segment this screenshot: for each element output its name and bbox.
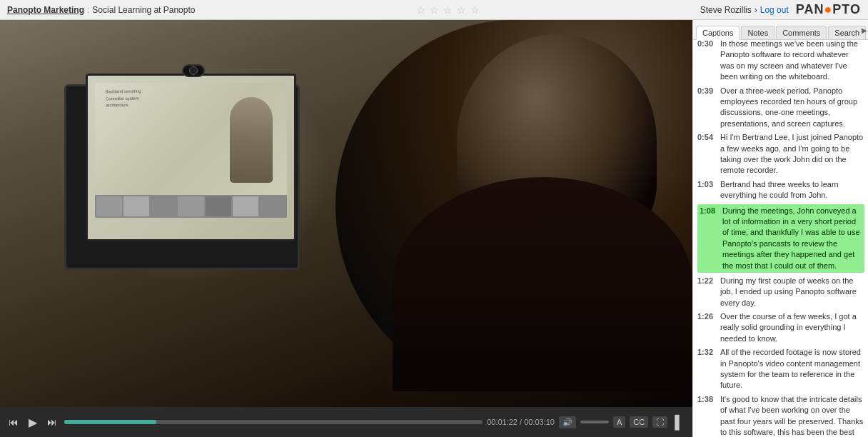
caption-text: In those meetings we've been using the P… xyxy=(720,40,864,83)
caption-entry[interactable]: 1:38It's good to know that the intricate… xyxy=(697,394,864,437)
star-3[interactable]: ☆ xyxy=(443,4,453,16)
caption-time: 0:54 xyxy=(697,132,717,176)
time-display: 00:01:22 / 00:03:10 xyxy=(487,418,555,426)
webcam xyxy=(182,64,205,77)
captions-tabs: Captions Notes Comments Search ▶ xyxy=(693,20,868,40)
controls-bar: ⏮ ▶ ⏭ 00:01:22 / 00:03:10 🔊 A CC ⛶ ▌ xyxy=(0,407,692,437)
captions-content[interactable]: 0:03Hi I'm John Ketchpaw and this Friday… xyxy=(693,40,868,437)
topbar-subtitle: Social Learning at Panopto xyxy=(92,5,195,15)
caption-time: 1:22 xyxy=(697,276,717,308)
caption-entry[interactable]: 1:26Over the course of a few weeks, I go… xyxy=(697,311,864,344)
topbar-separator: : xyxy=(87,5,89,15)
topbar-user: Steve Rozillis › Log out xyxy=(700,5,789,15)
caption-entry[interactable]: 1:08During the meetings, John conveyed a… xyxy=(697,204,864,273)
caption-time: 0:30 xyxy=(697,40,717,83)
caption-text: Hi I'm Bertrand Lee, I just joined Panop… xyxy=(720,132,864,176)
caption-text: During my first couple of weeks on the j… xyxy=(720,276,864,308)
topbar: Panopto Marketing : Social Learning at P… xyxy=(0,0,868,20)
star-5[interactable]: ☆ xyxy=(470,4,480,16)
caption-text: All of the recorded footage is now store… xyxy=(720,347,864,391)
volume-bar[interactable] xyxy=(580,421,609,423)
topbar-left: Panopto Marketing : Social Learning at P… xyxy=(7,5,195,15)
caption-text: Bertrand had three weeks to learn everyt… xyxy=(720,179,864,201)
caption-text: Over the course of a few weeks, I got a … xyxy=(720,311,864,344)
caption-entry[interactable]: 1:32All of the recorded footage is now s… xyxy=(697,347,864,391)
screen-content: Backland remoting Controller system arch… xyxy=(86,74,296,241)
star-4[interactable]: ☆ xyxy=(457,4,466,16)
panopto-logo: PAN●PTO xyxy=(796,2,861,17)
star-rating: ☆ ☆ ☆ ☆ ☆ xyxy=(195,4,700,16)
caption-time: 1:03 xyxy=(697,179,717,201)
tab-comments[interactable]: Comments xyxy=(776,26,827,39)
time-total: 00:03:10 xyxy=(524,418,555,426)
caption-time: 1:32 xyxy=(697,347,717,391)
caption-time: 0:39 xyxy=(697,86,717,130)
caption-text: Over a three-week period, Panopto employ… xyxy=(720,86,864,130)
progress-fill xyxy=(64,420,156,424)
user-separator: › xyxy=(755,5,757,15)
caption-time: 1:38 xyxy=(697,394,717,437)
caption-entry[interactable]: 0:30In those meetings we've been using t… xyxy=(697,40,864,83)
user-name: Steve Rozillis xyxy=(700,5,752,15)
video-area: Backland remoting Controller system arch… xyxy=(0,20,692,437)
tab-search[interactable]: Search xyxy=(828,26,866,39)
video-background: Backland remoting Controller system arch… xyxy=(0,20,692,407)
caption-text: During the meetings, John conveyed a lot… xyxy=(722,206,862,271)
captions-button[interactable]: CC xyxy=(630,416,648,428)
volume-button[interactable]: 🔊 xyxy=(559,416,576,428)
skip-forward-button[interactable]: ⏭ xyxy=(44,415,60,429)
caption-text: It's good to know that the intricate det… xyxy=(720,394,864,437)
caption-entry[interactable]: 0:39Over a three-week period, Panopto em… xyxy=(697,86,864,130)
aa-button[interactable]: A xyxy=(613,416,625,428)
progress-bar[interactable] xyxy=(64,420,483,424)
caption-entry[interactable]: 0:54Hi I'm Bertrand Lee, I just joined P… xyxy=(697,132,864,176)
topbar-title-link[interactable]: Panopto Marketing xyxy=(7,5,84,15)
captions-panel: Captions Notes Comments Search ▶ 0:03Hi … xyxy=(692,20,868,437)
caption-time: 1:08 xyxy=(700,206,720,271)
main-layout: Backland remoting Controller system arch… xyxy=(0,20,868,437)
tab-captions[interactable]: Captions xyxy=(696,26,740,40)
caption-time: 1:26 xyxy=(697,311,717,344)
time-current: 00:01:22 xyxy=(487,418,518,426)
caption-entry[interactable]: 1:03Bertrand had three weeks to learn ev… xyxy=(697,179,864,201)
skip-back-button[interactable]: ⏮ xyxy=(6,415,21,429)
tab-arrow-right[interactable]: ▶ xyxy=(862,26,867,34)
logout-link[interactable]: Log out xyxy=(760,5,789,15)
tab-notes[interactable]: Notes xyxy=(741,26,774,39)
person-silhouette xyxy=(335,20,692,391)
star-2[interactable]: ☆ xyxy=(430,4,439,16)
quality-button[interactable]: ▌ xyxy=(672,413,687,431)
play-button[interactable]: ▶ xyxy=(26,414,40,431)
star-1[interactable]: ☆ xyxy=(416,4,425,16)
caption-entry[interactable]: 1:22During my first couple of weeks on t… xyxy=(697,276,864,308)
fullscreen-button[interactable]: ⛶ xyxy=(652,416,667,428)
